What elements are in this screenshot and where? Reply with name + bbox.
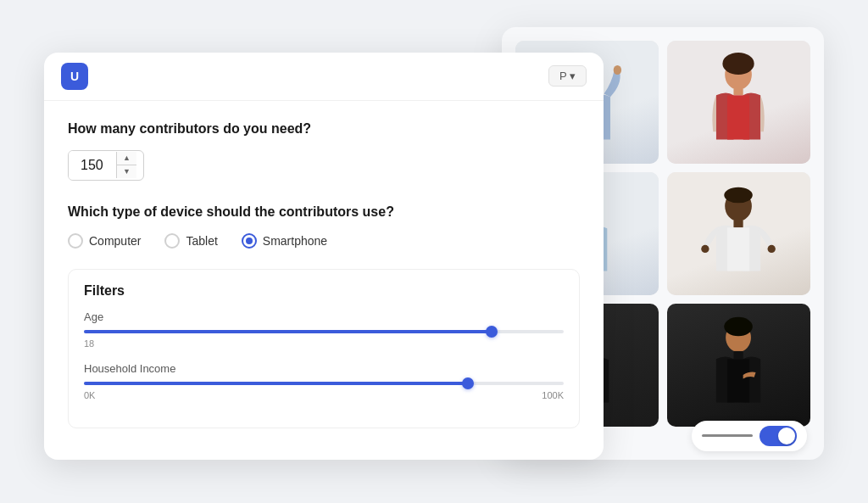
age-slider-thumb[interactable]: [486, 326, 498, 338]
header-bar: U P ▾: [44, 53, 604, 101]
profile-button[interactable]: P ▾: [548, 65, 587, 87]
filter-income-label: Household Income: [84, 362, 564, 375]
toggle-label-bar: [702, 434, 753, 437]
svg-rect-8: [734, 89, 743, 95]
filter-age-label: Age: [84, 310, 564, 323]
spinner-down[interactable]: ▼: [117, 165, 136, 178]
radio-circle-smartphone: [242, 233, 257, 249]
age-slider-labels: 18: [84, 338, 564, 349]
radio-circle-tablet: [164, 233, 180, 249]
age-slider-track[interactable]: [84, 330, 564, 333]
filter-income: Household Income 0K 100K: [84, 362, 564, 400]
income-slider-labels: 0K 100K: [84, 390, 564, 400]
filters-section: Filters Age 18 Household Income: [68, 269, 580, 428]
toggle-area: [692, 421, 807, 451]
device-option-smartphone[interactable]: Smartphone: [242, 233, 327, 249]
device-question: Which type of device should the contribu…: [68, 204, 580, 220]
toggle-knob: [778, 428, 795, 444]
scene: U P ▾ How many contributors do you need?…: [44, 27, 824, 477]
svg-point-5: [614, 65, 621, 75]
device-label-tablet: Tablet: [186, 234, 217, 248]
svg-rect-26: [734, 351, 743, 359]
device-radio-group: Computer Tablet Smartphone: [68, 233, 580, 249]
device-label-smartphone: Smartphone: [263, 234, 327, 248]
logo-icon: U: [61, 63, 88, 90]
income-slider-thumb[interactable]: [462, 377, 474, 389]
age-min-label: 18: [84, 338, 94, 349]
age-slider-fill: [84, 330, 492, 333]
svg-rect-27: [727, 359, 749, 402]
main-card: U P ▾ How many contributors do you need?…: [44, 53, 604, 460]
svg-point-18: [702, 245, 709, 253]
svg-point-19: [768, 245, 776, 253]
device-label-computer: Computer: [89, 234, 141, 248]
income-slider-fill: [84, 382, 468, 385]
svg-point-15: [725, 187, 754, 204]
svg-rect-16: [734, 221, 743, 227]
filter-age: Age 18: [84, 310, 564, 349]
income-slider-track[interactable]: [84, 382, 564, 385]
svg-rect-17: [727, 227, 749, 271]
spinner-arrows: ▲ ▼: [116, 152, 136, 178]
device-option-computer[interactable]: Computer: [68, 233, 141, 249]
contributors-spinner[interactable]: ▲ ▼: [68, 150, 144, 181]
income-min-label: 0K: [84, 390, 95, 400]
spinner-up[interactable]: ▲: [117, 152, 136, 165]
contributors-question: How many contributors do you need?: [68, 121, 580, 137]
device-section: Which type of device should the contribu…: [68, 204, 580, 249]
svg-point-25: [725, 317, 754, 336]
svg-rect-9: [727, 95, 749, 139]
toggle-switch[interactable]: [760, 426, 797, 446]
svg-point-7: [723, 53, 754, 75]
income-max-label: 100K: [542, 390, 564, 400]
contributors-section: How many contributors do you need? ▲ ▼: [68, 121, 580, 181]
radio-circle-computer: [68, 233, 83, 249]
photo-item-6: [667, 304, 810, 427]
photo-item-2: [667, 41, 810, 164]
content-area: How many contributors do you need? ▲ ▼ W…: [44, 101, 604, 445]
contributors-value[interactable]: [69, 151, 116, 180]
filters-title: Filters: [84, 283, 564, 299]
device-option-tablet[interactable]: Tablet: [164, 233, 217, 249]
photo-item-4: [667, 172, 810, 295]
